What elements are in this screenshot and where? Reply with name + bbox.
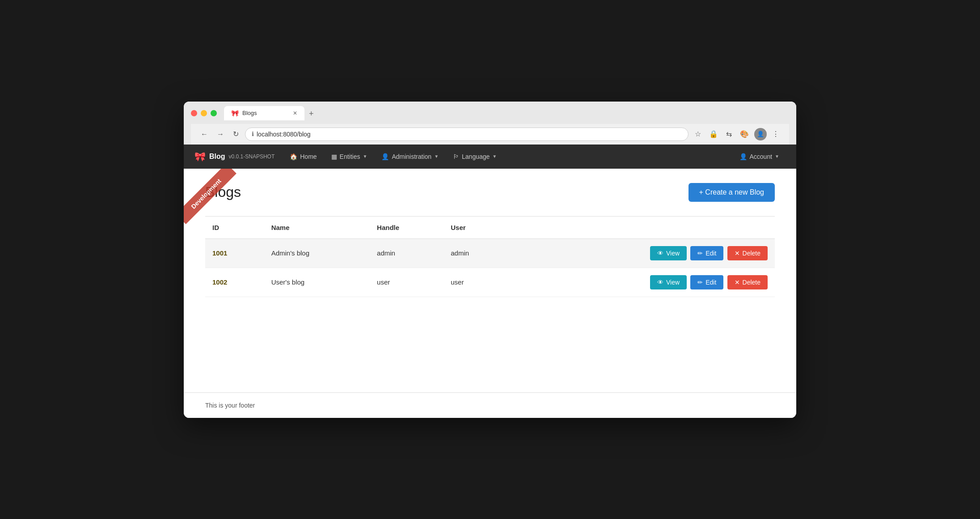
- page-footer: This is your footer: [184, 392, 796, 418]
- navbar-nav: 🏠 Home ▦ Entities ▼ 👤 Administration ▼ 🏳…: [283, 150, 733, 163]
- menu-button[interactable]: ⋮: [769, 128, 782, 140]
- edit-label: Edit: [705, 250, 716, 257]
- navbar: 🎀 Blog v0.0.1-SNAPSHOT 🏠 Home ▦ Entities…: [184, 145, 796, 169]
- row-2-handle: user: [370, 268, 444, 297]
- row-2-edit-button[interactable]: ✏ Edit: [690, 275, 723, 289]
- new-tab-button[interactable]: +: [305, 107, 317, 120]
- browser-controls: 🎀 Blogs ✕ +: [191, 106, 789, 120]
- delete-x-icon-2: ✕: [735, 279, 740, 286]
- row-1-actions: 👁 View ✏ Edit ✕ Delete: [509, 238, 775, 268]
- tab-close-button[interactable]: ✕: [293, 110, 297, 116]
- edit-pencil-icon-2: ✏: [697, 279, 703, 286]
- nav-item-account[interactable]: 👤 Account ▼: [733, 150, 786, 163]
- language-dropdown-arrow: ▼: [492, 154, 497, 159]
- row-2-id: 1002: [205, 268, 264, 297]
- brand-logo-icon: 🎀: [194, 151, 206, 162]
- row-2-delete-button[interactable]: ✕ Delete: [727, 275, 768, 289]
- view-label-2: View: [666, 279, 680, 286]
- extension-btn-3[interactable]: 🎨: [737, 128, 752, 140]
- browser-tabs: 🎀 Blogs ✕ +: [224, 106, 317, 120]
- browser-toolbar: ← → ↻ ℹ localhost:8080/blog ☆ 🔒 ⇆ 🎨 👤 ⋮: [191, 124, 789, 145]
- footer-text: This is your footer: [205, 402, 255, 409]
- view-eye-icon: 👁: [657, 250, 663, 257]
- extension-btn-1[interactable]: 🔒: [706, 128, 721, 140]
- browser-window: 🎀 Blogs ✕ + ← → ↻ ℹ localhost:8080/blog …: [184, 102, 796, 418]
- nav-item-administration[interactable]: 👤 Administration ▼: [375, 150, 445, 163]
- profile-button[interactable]: 👤: [754, 128, 767, 140]
- browser-actions: ☆ 🔒 ⇆ 🎨 👤 ⋮: [692, 128, 782, 140]
- table-header-row: ID Name Handle User: [205, 217, 775, 239]
- administration-icon: 👤: [381, 153, 389, 160]
- delete-label: Delete: [743, 250, 760, 257]
- traffic-light-minimize[interactable]: [201, 110, 207, 116]
- nav-language-label: Language: [462, 153, 490, 160]
- col-header-id: ID: [205, 217, 264, 239]
- address-bar[interactable]: ℹ localhost:8080/blog: [245, 128, 689, 141]
- table-container: ID Name Handle User 1001 Admin's blog ad…: [205, 216, 775, 297]
- language-icon: 🏳: [453, 153, 459, 160]
- row-1-handle: admin: [370, 238, 444, 268]
- browser-chrome: 🎀 Blogs ✕ + ← → ↻ ℹ localhost:8080/blog …: [184, 102, 796, 145]
- row-1-delete-button[interactable]: ✕ Delete: [727, 246, 768, 260]
- row-1-view-button[interactable]: 👁 View: [650, 246, 687, 260]
- blogs-table: ID Name Handle User 1001 Admin's blog ad…: [205, 217, 775, 297]
- extension-btn-2[interactable]: ⇆: [723, 128, 735, 140]
- traffic-light-maximize[interactable]: [211, 110, 217, 116]
- reload-button[interactable]: ↻: [230, 128, 241, 140]
- tab-label: Blogs: [242, 110, 257, 116]
- nav-item-entities[interactable]: ▦ Entities ▼: [325, 150, 374, 163]
- app-content: 🎀 Blog v0.0.1-SNAPSHOT 🏠 Home ▦ Entities…: [184, 145, 796, 418]
- navbar-brand: 🎀 Blog v0.0.1-SNAPSHOT: [194, 151, 275, 162]
- row-1-name: Admin's blog: [264, 238, 370, 268]
- brand-version: v0.0.1-SNAPSHOT: [229, 153, 275, 160]
- nav-item-language[interactable]: 🏳 Language ▼: [447, 150, 503, 163]
- create-new-blog-button[interactable]: + Create a new Blog: [689, 183, 775, 202]
- col-header-user: User: [444, 217, 509, 239]
- row-1-edit-button[interactable]: ✏ Edit: [690, 246, 723, 260]
- navbar-right: 👤 Account ▼: [733, 150, 786, 163]
- page-body: Development Blogs + Create a new Blog ID…: [184, 169, 796, 392]
- page-header: Blogs + Create a new Blog: [205, 183, 775, 202]
- entities-icon: ▦: [331, 153, 337, 160]
- entities-dropdown-arrow: ▼: [363, 154, 368, 159]
- row-2-user: user: [444, 268, 509, 297]
- row-1-user: admin: [444, 238, 509, 268]
- account-dropdown-arrow: ▼: [775, 154, 779, 159]
- tab-favicon: 🎀: [231, 110, 239, 117]
- url-text: localhost:8080/blog: [257, 131, 311, 138]
- table-row: 1001 Admin's blog admin admin 👁 View: [205, 238, 775, 268]
- bookmark-button[interactable]: ☆: [692, 128, 704, 140]
- forward-button[interactable]: →: [214, 128, 227, 140]
- view-label: View: [666, 250, 680, 257]
- nav-item-home[interactable]: 🏠 Home: [283, 150, 323, 163]
- address-icon: ℹ: [252, 131, 254, 137]
- col-header-handle: Handle: [370, 217, 444, 239]
- view-eye-icon-2: 👁: [657, 279, 663, 286]
- administration-dropdown-arrow: ▼: [434, 154, 439, 159]
- delete-x-icon: ✕: [735, 250, 740, 257]
- col-header-actions: [509, 217, 775, 239]
- home-icon: 🏠: [290, 153, 297, 160]
- nav-entities-label: Entities: [340, 153, 360, 160]
- nav-home-label: Home: [300, 153, 317, 160]
- browser-tab-active[interactable]: 🎀 Blogs ✕: [224, 106, 304, 120]
- table-row: 1002 User's blog user user 👁 View ✏: [205, 268, 775, 297]
- edit-pencil-icon: ✏: [697, 250, 703, 257]
- back-button[interactable]: ←: [198, 128, 211, 140]
- nav-administration-label: Administration: [392, 153, 431, 160]
- edit-label-2: Edit: [705, 279, 716, 286]
- row-1-id: 1001: [205, 238, 264, 268]
- row-2-actions: 👁 View ✏ Edit ✕ Delete: [509, 268, 775, 297]
- delete-label-2: Delete: [743, 279, 760, 286]
- row-2-view-button[interactable]: 👁 View: [650, 275, 687, 289]
- account-icon: 👤: [739, 153, 747, 160]
- col-header-name: Name: [264, 217, 370, 239]
- nav-account-label: Account: [750, 153, 773, 160]
- traffic-light-close[interactable]: [191, 110, 197, 116]
- row-2-name: User's blog: [264, 268, 370, 297]
- brand-name: Blog: [209, 153, 225, 161]
